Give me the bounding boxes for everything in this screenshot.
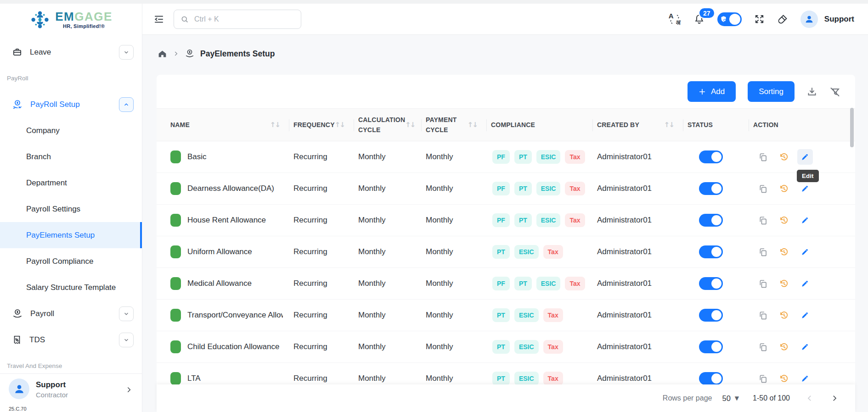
edit-button[interactable] — [797, 149, 813, 165]
row-name: Basic — [187, 152, 207, 161]
home-icon[interactable] — [158, 49, 167, 59]
global-search[interactable] — [174, 10, 301, 29]
status-toggle[interactable] — [699, 340, 723, 353]
sidebar-item-branch[interactable]: Branch — [0, 144, 142, 170]
row-frequency: Recurring — [289, 311, 354, 320]
status-toggle[interactable] — [699, 150, 723, 163]
download-icon[interactable] — [806, 86, 817, 97]
status-toggle[interactable] — [699, 214, 723, 227]
sidebar-item-payroll[interactable]: Payroll — [0, 301, 142, 327]
compliance-badge-pt: PT — [514, 277, 532, 290]
row-compliance: PTESICTax — [486, 372, 592, 384]
filter-off-icon[interactable] — [829, 86, 840, 97]
status-toggle[interactable] — [699, 372, 723, 384]
payroll-expand-button[interactable] — [119, 306, 134, 321]
sidebar-item-company[interactable]: Company — [0, 117, 142, 144]
table-scrollbar[interactable] — [850, 108, 854, 147]
sidebar-item-label: PayRoll Setup — [30, 100, 112, 109]
compliance-badge-pt: PT — [514, 213, 532, 227]
history-button[interactable] — [776, 371, 792, 384]
copy-button[interactable] — [755, 149, 771, 165]
theme-brush-icon[interactable] — [777, 14, 788, 25]
column-header-payment-cycle[interactable]: PAYMENT CYCLE ↑↓ — [421, 109, 486, 141]
copy-button[interactable] — [755, 212, 771, 228]
payroll-setup-collapse-button[interactable] — [119, 97, 134, 112]
payroll-icon — [12, 308, 23, 319]
row-name: Child Education Allowance — [187, 342, 279, 351]
sort-icon[interactable]: ↑↓ — [468, 121, 477, 129]
element-color-swatch — [170, 150, 181, 163]
tds-expand-button[interactable] — [119, 333, 134, 347]
edit-button[interactable] — [797, 339, 813, 355]
copy-button[interactable] — [755, 181, 771, 196]
previous-page-button[interactable] — [806, 394, 814, 402]
edit-button[interactable] — [797, 276, 813, 291]
search-input[interactable] — [193, 15, 294, 24]
history-button[interactable] — [776, 149, 792, 165]
edit-button[interactable] — [797, 307, 813, 323]
sort-icon[interactable]: ↑↓ — [405, 121, 415, 129]
sidebar-item-salary-structure-template[interactable]: Salary Structure Template — [0, 274, 142, 301]
topbar-actions: A अ 27 — [668, 11, 854, 28]
copy-button[interactable] — [755, 339, 771, 355]
notifications-bell[interactable]: 27 — [693, 13, 705, 25]
edit-button[interactable] — [797, 181, 813, 196]
column-header-name[interactable]: NAME ↑↓ — [170, 109, 289, 141]
sidebar-item-payelements-setup[interactable]: PayElements Setup — [0, 222, 142, 248]
column-header-calculation-cycle[interactable]: CALCULATION CYCLE ↑↓ — [354, 109, 421, 141]
chevron-right-icon — [173, 50, 179, 57]
row-created-by: Administrator01 — [592, 152, 683, 161]
chevron-right-icon[interactable] — [125, 386, 133, 394]
status-toggle[interactable] — [699, 182, 723, 195]
sidebar-item-payroll-setup[interactable]: PayRoll Setup — [0, 91, 142, 117]
copy-button[interactable] — [755, 276, 771, 291]
status-toggle[interactable] — [699, 245, 723, 258]
row-payment-cycle: Monthly — [421, 247, 486, 256]
column-header-frequency[interactable]: FREQUENCY ↑↓ — [289, 109, 354, 141]
element-color-swatch — [170, 340, 181, 353]
rows-per-page-select[interactable]: 50 ▼ — [722, 394, 739, 403]
sort-icon[interactable]: ↑↓ — [270, 121, 280, 129]
topbar-user-name[interactable]: Support — [824, 15, 854, 24]
compliance-badge-tax: Tax — [543, 340, 563, 354]
sidebar-item-tds[interactable]: TDS — [0, 327, 142, 353]
sidebar-item-payroll-settings[interactable]: Payroll Settings — [0, 196, 142, 222]
compliance-badge-esic: ESIC — [536, 213, 561, 227]
sidebar-item-department[interactable]: Department — [0, 170, 142, 196]
compliance-badge-tax: Tax — [543, 372, 563, 384]
history-button[interactable] — [776, 244, 792, 260]
edit-button[interactable] — [797, 244, 813, 260]
status-toggle[interactable] — [699, 309, 723, 322]
sidebar-subitem-label: Branch — [26, 152, 51, 161]
status-toggle[interactable] — [699, 277, 723, 290]
next-page-button[interactable] — [830, 394, 839, 402]
history-button[interactable] — [776, 212, 792, 228]
sidebar-item-label: Leave — [30, 48, 112, 57]
history-button[interactable] — [776, 276, 792, 291]
sorting-button[interactable]: Sorting — [748, 81, 795, 102]
plus-icon — [699, 88, 706, 95]
sort-icon[interactable]: ↑↓ — [664, 121, 674, 129]
language-translate-icon[interactable]: A अ — [668, 13, 681, 26]
history-button[interactable] — [776, 339, 792, 355]
privacy-mode-toggle[interactable] — [717, 12, 742, 26]
add-button[interactable]: Add — [688, 81, 736, 102]
sidebar-collapse-icon[interactable] — [153, 14, 164, 25]
compliance-badge-tax: Tax — [565, 213, 585, 227]
element-color-swatch — [170, 277, 181, 290]
sort-icon[interactable]: ↑↓ — [335, 121, 344, 129]
copy-button[interactable] — [755, 371, 771, 384]
topbar-user-avatar[interactable] — [800, 11, 818, 28]
column-header-created-by[interactable]: CREATED BY ↑↓ — [592, 109, 683, 141]
history-button[interactable] — [776, 307, 792, 323]
sidebar-item-leave[interactable]: Leave — [0, 39, 142, 65]
leave-expand-button[interactable] — [119, 45, 134, 60]
fullscreen-icon[interactable] — [754, 14, 765, 24]
copy-button[interactable] — [755, 244, 771, 260]
sidebar-item-payroll-compliance[interactable]: Payroll Compliance — [0, 248, 142, 274]
edit-button[interactable] — [797, 212, 813, 228]
history-button[interactable] — [776, 181, 792, 196]
sidebar-user-name: Support — [36, 380, 68, 390]
edit-button[interactable] — [797, 371, 813, 384]
copy-button[interactable] — [755, 307, 771, 323]
